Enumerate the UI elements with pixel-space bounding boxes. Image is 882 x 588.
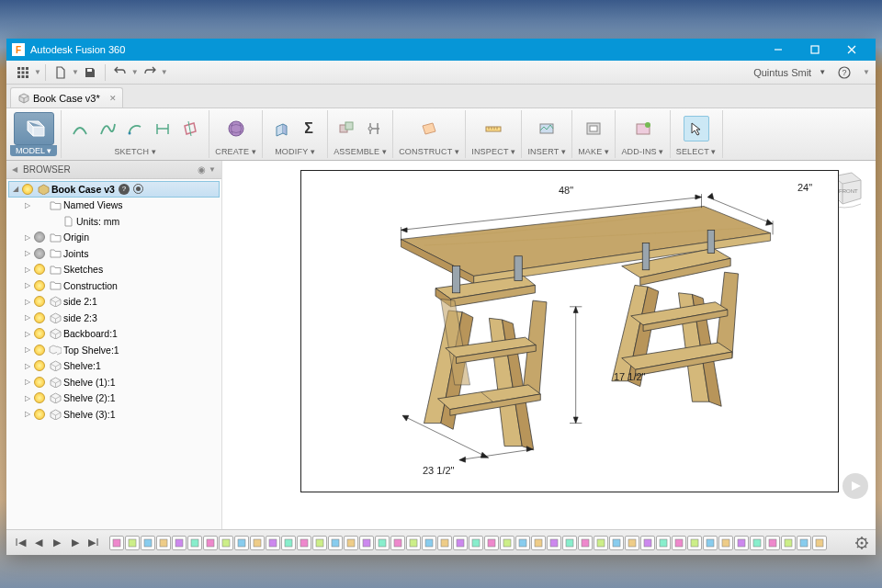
timeline-feature[interactable] <box>172 536 187 550</box>
tree-item[interactable]: ▷Construction <box>8 277 220 294</box>
create-box-icon[interactable] <box>223 116 249 141</box>
timeline-feature[interactable] <box>562 536 577 550</box>
timeline-feature[interactable] <box>625 536 639 550</box>
timeline-feature[interactable] <box>453 536 468 550</box>
timeline-feature[interactable] <box>187 536 202 550</box>
timeline-feature[interactable] <box>687 536 702 550</box>
timeline-feature[interactable] <box>328 536 343 550</box>
undo-icon[interactable] <box>109 62 131 83</box>
assemble-joint-icon[interactable] <box>334 116 359 141</box>
tree-item[interactable]: ▷Top Shelve:1 <box>8 342 220 358</box>
tab-close-icon[interactable]: ✕ <box>109 94 117 103</box>
timeline-feature[interactable] <box>266 536 280 550</box>
user-name[interactable]: Quintus Smit <box>753 67 811 78</box>
timeline-feature[interactable] <box>437 536 452 550</box>
tree-root[interactable]: ◢ Book Case v3 ? <box>8 181 220 198</box>
play-badge-icon[interactable] <box>842 473 868 499</box>
timeline-feature[interactable] <box>515 536 530 550</box>
timeline-settings-icon[interactable] <box>854 535 870 551</box>
timeline-feature[interactable] <box>109 536 124 550</box>
timeline-feature[interactable] <box>297 536 311 550</box>
timeline-feature[interactable] <box>312 536 327 550</box>
tree-item[interactable]: ▷Origin <box>8 230 220 246</box>
tree-item[interactable]: ▷Joints <box>8 245 220 262</box>
tree-item[interactable]: ▷side 2:3 <box>8 310 220 326</box>
timeline-feature[interactable] <box>250 536 265 550</box>
tree-item[interactable]: ▷Shelve (1):1 <box>8 374 220 390</box>
timeline-feature[interactable] <box>578 536 593 550</box>
viewport[interactable]: FRONT <box>222 161 876 529</box>
sketch-line-icon[interactable] <box>67 116 93 141</box>
timeline-feature[interactable] <box>406 536 421 550</box>
browser-header[interactable]: ◀ BROWSER ◉ ▼ <box>6 161 221 179</box>
sketch-spline-icon[interactable] <box>95 116 120 141</box>
insert-decal-icon[interactable] <box>534 116 560 141</box>
tree-item[interactable]: ▷Named Views <box>8 198 220 214</box>
document-tab[interactable]: Book Case v3* ✕ <box>10 87 123 107</box>
tree-item[interactable]: ▷Backboard:1 <box>8 326 220 343</box>
timeline-start-icon[interactable]: I◀ <box>12 535 28 551</box>
model-preview[interactable]: 48" 24" 17 1/2" 23 1/2" 14" <box>300 170 839 492</box>
timeline-items[interactable] <box>104 536 852 550</box>
timeline-feature[interactable] <box>656 536 671 550</box>
timeline-feature[interactable] <box>609 536 624 550</box>
timeline-feature[interactable] <box>594 536 608 550</box>
assemble-asbuilt-icon[interactable] <box>361 116 387 141</box>
timeline-end-icon[interactable]: ▶I <box>85 535 102 551</box>
timeline-play-icon[interactable]: ▶ <box>49 535 65 551</box>
gear-icon[interactable]: ◉ <box>198 164 206 175</box>
timeline-feature[interactable] <box>797 536 811 550</box>
model-workspace-button[interactable] <box>14 112 54 145</box>
timeline-feature[interactable] <box>640 536 655 550</box>
sketch-arc-icon[interactable] <box>122 116 148 141</box>
make-print-icon[interactable] <box>581 116 606 141</box>
sketch-plane-icon[interactable] <box>177 116 203 141</box>
timeline-prev-icon[interactable]: ◀ <box>30 535 47 551</box>
save-icon[interactable] <box>79 62 101 83</box>
inspect-measure-icon[interactable] <box>481 116 506 141</box>
tree-item[interactable]: ▷Shelve:1 <box>8 358 220 375</box>
maximize-button[interactable] <box>797 39 833 61</box>
timeline-feature[interactable] <box>203 536 218 550</box>
timeline-feature[interactable] <box>812 536 827 550</box>
tree-item[interactable]: ▷Shelve (2):1 <box>8 390 220 407</box>
timeline-feature[interactable] <box>344 536 358 550</box>
redo-icon[interactable] <box>139 62 161 83</box>
timeline-feature[interactable] <box>219 536 233 550</box>
modify-sigma-icon[interactable]: Σ <box>296 116 322 141</box>
timeline-feature[interactable] <box>469 536 483 550</box>
tree-item[interactable]: ▷Shelve (3):1 <box>8 406 220 423</box>
timeline-feature[interactable] <box>703 536 718 550</box>
timeline-feature[interactable] <box>672 536 686 550</box>
timeline-feature[interactable] <box>141 536 155 550</box>
timeline-feature[interactable] <box>359 536 374 550</box>
help-icon[interactable]: ? <box>833 62 855 83</box>
file-icon[interactable] <box>50 62 72 83</box>
timeline-feature[interactable] <box>484 536 499 550</box>
sketch-dim-icon[interactable] <box>150 116 175 141</box>
close-button[interactable] <box>833 39 870 61</box>
timeline-feature[interactable] <box>375 536 390 550</box>
timeline-feature[interactable] <box>234 536 249 550</box>
timeline-next-icon[interactable]: ▶ <box>67 535 84 551</box>
timeline-feature[interactable] <box>781 536 796 550</box>
tree-item[interactable]: Units: mm <box>8 213 220 230</box>
tree-item[interactable]: ▷side 2:1 <box>8 294 220 311</box>
timeline-feature[interactable] <box>390 536 405 550</box>
timeline-feature[interactable] <box>531 536 546 550</box>
addins-store-icon[interactable] <box>630 116 656 141</box>
tree-item[interactable]: ▷Sketches <box>8 262 220 278</box>
construct-plane-icon[interactable] <box>416 116 442 141</box>
timeline-feature[interactable] <box>500 536 514 550</box>
timeline-feature[interactable] <box>765 536 780 550</box>
timeline-feature[interactable] <box>734 536 749 550</box>
select-cursor-icon[interactable] <box>684 116 709 141</box>
apps-icon[interactable] <box>12 62 34 83</box>
timeline-feature[interactable] <box>718 536 733 550</box>
timeline-feature[interactable] <box>156 536 171 550</box>
timeline-feature[interactable] <box>422 536 436 550</box>
modify-presspull-icon[interactable] <box>268 116 294 141</box>
minimize-button[interactable] <box>760 39 797 61</box>
timeline-feature[interactable] <box>750 536 764 550</box>
timeline-feature[interactable] <box>125 536 140 550</box>
